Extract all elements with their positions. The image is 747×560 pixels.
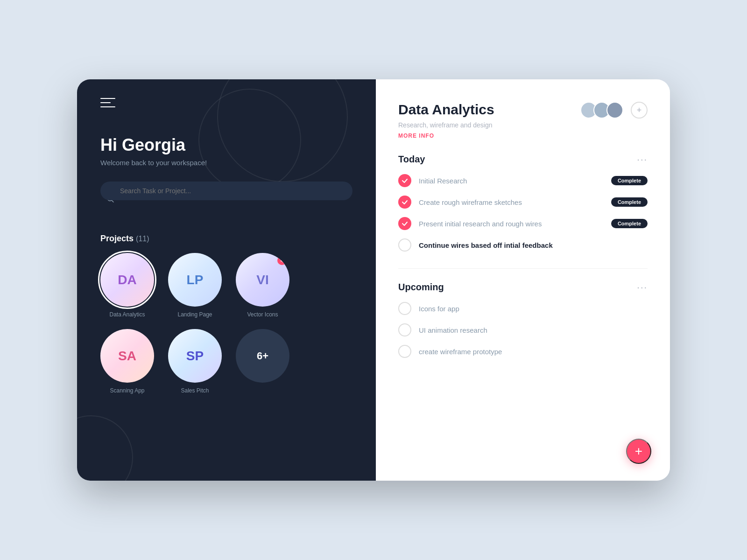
task-label: Create rough wireframe sketches — [419, 198, 604, 206]
avatar-3 — [606, 102, 623, 119]
today-section-header: Today ··· — [398, 154, 648, 165]
task-label: Initial Research — [419, 177, 604, 185]
task-check-pending[interactable] — [398, 345, 411, 358]
device-container: Hi Georgia Welcome back to your workspac… — [77, 79, 670, 481]
task-status-badge: Complete — [611, 219, 648, 228]
today-menu-dots[interactable]: ··· — [637, 154, 648, 165]
table-row[interactable]: UI animation research — [398, 323, 648, 336]
add-task-fab[interactable]: + — [626, 439, 651, 464]
table-row[interactable]: Present initial research and rough wires… — [398, 217, 648, 230]
project-item-da[interactable]: DAData Analytics — [100, 253, 154, 318]
upcoming-task-list: Icons for appUI animation researchcreate… — [398, 302, 648, 358]
task-label: create wireframe prototype — [419, 348, 648, 356]
deco-circle-3 — [77, 415, 133, 481]
project-name: Data Analytics — [398, 102, 494, 118]
upcoming-title: Upcoming — [398, 282, 444, 293]
table-row[interactable]: create wireframe prototype — [398, 345, 648, 358]
project-label-sa: Scanning App — [110, 387, 144, 394]
project-circle-da: DA — [100, 253, 154, 307]
projects-header: Projects (11) — [100, 234, 352, 244]
task-check-done[interactable] — [398, 196, 411, 209]
search-wrap — [100, 182, 352, 217]
menu-icon[interactable] — [100, 98, 115, 107]
table-row[interactable]: Initial ResearchComplete — [398, 174, 648, 187]
project-header: Data Analytics + — [398, 102, 648, 119]
project-circle-more: 6+ — [236, 329, 289, 383]
task-check-done[interactable] — [398, 217, 411, 230]
project-item-sp[interactable]: SPSales Pitch — [168, 329, 222, 394]
task-label: Present initial research and rough wires — [419, 220, 604, 228]
add-member-button[interactable]: + — [631, 102, 648, 119]
task-check-pending[interactable] — [398, 323, 411, 336]
project-item-vi[interactable]: VI4Vector Icons — [236, 253, 289, 318]
project-item-more[interactable]: 6+ — [236, 329, 289, 394]
task-check-done[interactable] — [398, 174, 411, 187]
section-divider — [398, 268, 648, 269]
upcoming-menu-dots[interactable]: ··· — [637, 282, 648, 293]
task-check-pending[interactable] — [398, 302, 411, 315]
table-row[interactable]: Icons for app — [398, 302, 648, 315]
task-check-pending[interactable] — [398, 238, 411, 252]
left-panel: Hi Georgia Welcome back to your workspac… — [77, 79, 376, 481]
header-actions: + — [580, 102, 648, 119]
more-info-link[interactable]: MORE INFO — [398, 133, 648, 139]
project-info: Data Analytics — [398, 102, 494, 118]
project-circle-sp: SP — [168, 329, 222, 383]
avatar-stack — [580, 102, 623, 119]
task-label: Continue wires based off intial feedback — [419, 241, 648, 249]
task-status-badge: Complete — [611, 197, 648, 207]
project-label-sp: Sales Pitch — [181, 387, 209, 394]
task-label: Icons for app — [419, 305, 648, 313]
projects-grid: DAData AnalyticsLPLanding PageVI4Vector … — [100, 253, 352, 394]
project-desc: Research, wireframe and design — [398, 121, 648, 129]
table-row[interactable]: Continue wires based off intial feedback — [398, 238, 648, 252]
search-input[interactable] — [100, 182, 352, 200]
project-badge-vi: 4 — [277, 256, 287, 265]
deco-circle-2 — [198, 89, 301, 191]
right-panel: Data Analytics + Research, wireframe and… — [376, 79, 670, 481]
today-task-list: Initial ResearchComplete Create rough wi… — [398, 174, 648, 252]
today-title: Today — [398, 154, 425, 165]
upcoming-section-header: Upcoming ··· — [398, 282, 648, 293]
project-circle-vi: VI4 — [236, 253, 289, 307]
task-label: UI animation research — [419, 326, 648, 334]
project-circle-lp: LP — [168, 253, 222, 307]
svg-line-1 — [112, 201, 114, 203]
table-row[interactable]: Create rough wireframe sketchesComplete — [398, 196, 648, 209]
project-label-vi: Vector Icons — [247, 311, 278, 318]
projects-count: (11) — [136, 235, 149, 243]
projects-label: Projects (11) — [100, 234, 149, 243]
project-circle-sa: SA — [100, 329, 154, 383]
project-item-sa[interactable]: SAScanning App — [100, 329, 154, 394]
project-label-lp: Landing Page — [177, 311, 212, 318]
project-label-da: Data Analytics — [109, 311, 145, 318]
task-status-badge: Complete — [611, 176, 648, 185]
project-item-lp[interactable]: LPLanding Page — [168, 253, 222, 318]
